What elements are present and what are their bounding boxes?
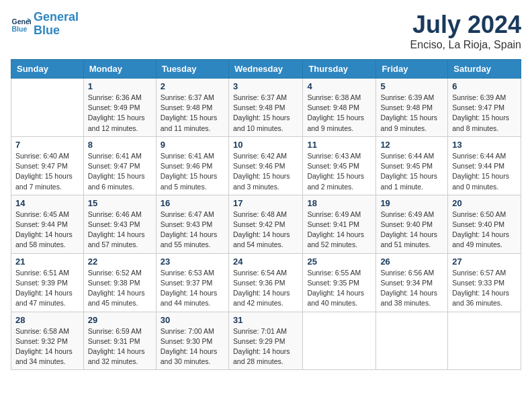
day-detail: Sunrise: 6:49 AM Sunset: 9:40 PM Dayligh… <box>380 210 443 250</box>
day-detail: Sunrise: 6:48 AM Sunset: 9:42 PM Dayligh… <box>233 210 298 250</box>
calendar-cell: 23Sunrise: 6:53 AM Sunset: 9:37 PM Dayli… <box>156 253 228 312</box>
day-detail: Sunrise: 6:49 AM Sunset: 9:41 PM Dayligh… <box>307 210 371 250</box>
calendar-cell: 30Sunrise: 7:00 AM Sunset: 9:30 PM Dayli… <box>156 312 228 370</box>
day-number: 13 <box>452 140 517 150</box>
day-number: 5 <box>380 81 443 91</box>
day-detail: Sunrise: 6:59 AM Sunset: 9:31 PM Dayligh… <box>88 326 152 367</box>
day-number: 22 <box>88 257 152 267</box>
calendar-table: SundayMondayTuesdayWednesdayThursdayFrid… <box>11 59 521 370</box>
calendar-cell: 7Sunrise: 6:40 AM Sunset: 9:47 PM Daylig… <box>11 136 84 195</box>
day-header-wednesday: Wednesday <box>228 60 302 79</box>
day-detail: Sunrise: 6:38 AM Sunset: 9:48 PM Dayligh… <box>307 93 371 134</box>
day-detail: Sunrise: 6:53 AM Sunset: 9:37 PM Dayligh… <box>161 268 224 309</box>
day-detail: Sunrise: 6:40 AM Sunset: 9:47 PM Dayligh… <box>15 151 79 192</box>
days-header-row: SundayMondayTuesdayWednesdayThursdayFrid… <box>11 60 521 79</box>
day-number: 29 <box>88 315 152 325</box>
calendar-title: July 2024 <box>410 11 521 39</box>
day-detail: Sunrise: 6:52 AM Sunset: 9:38 PM Dayligh… <box>88 268 152 309</box>
calendar-cell <box>376 312 448 370</box>
day-detail: Sunrise: 6:39 AM Sunset: 9:48 PM Dayligh… <box>380 93 443 134</box>
svg-text:Blue: Blue <box>12 24 28 32</box>
calendar-cell <box>303 312 376 370</box>
logo-icon: General Blue <box>11 14 31 34</box>
day-detail: Sunrise: 6:51 AM Sunset: 9:39 PM Dayligh… <box>15 268 79 309</box>
day-header-sunday: Sunday <box>11 60 84 79</box>
title-area: July 2024 Enciso, La Rioja, Spain <box>410 11 521 51</box>
calendar-cell: 29Sunrise: 6:59 AM Sunset: 9:31 PM Dayli… <box>83 312 156 370</box>
calendar-cell: 15Sunrise: 6:46 AM Sunset: 9:43 PM Dayli… <box>83 195 156 253</box>
day-number: 28 <box>15 315 79 325</box>
day-number: 25 <box>307 257 371 267</box>
day-detail: Sunrise: 6:43 AM Sunset: 9:45 PM Dayligh… <box>307 151 371 192</box>
calendar-cell: 12Sunrise: 6:44 AM Sunset: 9:45 PM Dayli… <box>376 136 448 195</box>
calendar-cell: 20Sunrise: 6:50 AM Sunset: 9:40 PM Dayli… <box>448 195 521 253</box>
calendar-cell: 19Sunrise: 6:49 AM Sunset: 9:40 PM Dayli… <box>376 195 448 253</box>
day-detail: Sunrise: 6:45 AM Sunset: 9:44 PM Dayligh… <box>15 210 79 250</box>
day-number: 19 <box>380 198 443 208</box>
day-number: 21 <box>15 257 79 267</box>
day-detail: Sunrise: 6:46 AM Sunset: 9:43 PM Dayligh… <box>88 210 152 250</box>
calendar-cell: 4Sunrise: 6:38 AM Sunset: 9:48 PM Daylig… <box>303 79 376 137</box>
calendar-cell: 3Sunrise: 6:37 AM Sunset: 9:48 PM Daylig… <box>228 79 302 137</box>
calendar-cell: 14Sunrise: 6:45 AM Sunset: 9:44 PM Dayli… <box>11 195 84 253</box>
day-detail: Sunrise: 6:41 AM Sunset: 9:46 PM Dayligh… <box>161 151 224 192</box>
day-number: 10 <box>233 140 298 150</box>
day-number: 8 <box>88 140 152 150</box>
week-row-3: 14Sunrise: 6:45 AM Sunset: 9:44 PM Dayli… <box>11 195 521 253</box>
day-number: 26 <box>380 257 443 267</box>
day-number: 9 <box>161 140 224 150</box>
calendar-cell: 27Sunrise: 6:57 AM Sunset: 9:33 PM Dayli… <box>448 253 521 312</box>
week-row-1: 1Sunrise: 6:36 AM Sunset: 9:49 PM Daylig… <box>11 79 521 137</box>
day-detail: Sunrise: 6:54 AM Sunset: 9:36 PM Dayligh… <box>233 268 298 309</box>
day-number: 2 <box>161 81 224 91</box>
day-number: 3 <box>233 81 298 91</box>
day-number: 20 <box>452 198 517 208</box>
day-number: 31 <box>233 315 298 325</box>
day-detail: Sunrise: 6:37 AM Sunset: 9:48 PM Dayligh… <box>161 93 224 134</box>
day-number: 14 <box>15 198 79 208</box>
day-detail: Sunrise: 6:44 AM Sunset: 9:44 PM Dayligh… <box>452 151 517 192</box>
day-number: 15 <box>88 198 152 208</box>
calendar-cell: 16Sunrise: 6:47 AM Sunset: 9:43 PM Dayli… <box>156 195 228 253</box>
day-detail: Sunrise: 6:57 AM Sunset: 9:33 PM Dayligh… <box>452 268 517 309</box>
day-detail: Sunrise: 6:37 AM Sunset: 9:48 PM Dayligh… <box>233 93 298 134</box>
day-detail: Sunrise: 7:01 AM Sunset: 9:29 PM Dayligh… <box>233 326 298 367</box>
day-number: 23 <box>161 257 224 267</box>
day-detail: Sunrise: 6:42 AM Sunset: 9:46 PM Dayligh… <box>233 151 298 192</box>
day-detail: Sunrise: 6:41 AM Sunset: 9:47 PM Dayligh… <box>88 151 152 192</box>
week-row-4: 21Sunrise: 6:51 AM Sunset: 9:39 PM Dayli… <box>11 253 521 312</box>
calendar-cell: 28Sunrise: 6:58 AM Sunset: 9:32 PM Dayli… <box>11 312 84 370</box>
day-number: 17 <box>233 198 298 208</box>
week-row-5: 28Sunrise: 6:58 AM Sunset: 9:32 PM Dayli… <box>11 312 521 370</box>
calendar-cell: 17Sunrise: 6:48 AM Sunset: 9:42 PM Dayli… <box>228 195 302 253</box>
calendar-cell: 5Sunrise: 6:39 AM Sunset: 9:48 PM Daylig… <box>376 79 448 137</box>
day-header-friday: Friday <box>376 60 448 79</box>
day-header-tuesday: Tuesday <box>156 60 228 79</box>
day-number: 4 <box>307 81 371 91</box>
day-number: 11 <box>307 140 371 150</box>
calendar-cell: 13Sunrise: 6:44 AM Sunset: 9:44 PM Dayli… <box>448 136 521 195</box>
day-detail: Sunrise: 6:50 AM Sunset: 9:40 PM Dayligh… <box>452 210 517 250</box>
day-number: 16 <box>161 198 224 208</box>
calendar-cell: 21Sunrise: 6:51 AM Sunset: 9:39 PM Dayli… <box>11 253 84 312</box>
day-number: 12 <box>380 140 443 150</box>
calendar-cell <box>11 79 84 137</box>
week-row-2: 7Sunrise: 6:40 AM Sunset: 9:47 PM Daylig… <box>11 136 521 195</box>
calendar-cell: 10Sunrise: 6:42 AM Sunset: 9:46 PM Dayli… <box>228 136 302 195</box>
day-detail: Sunrise: 6:55 AM Sunset: 9:35 PM Dayligh… <box>307 268 371 309</box>
day-number: 1 <box>88 81 152 91</box>
day-detail: Sunrise: 6:58 AM Sunset: 9:32 PM Dayligh… <box>15 326 79 367</box>
calendar-subtitle: Enciso, La Rioja, Spain <box>410 39 521 51</box>
calendar-cell: 6Sunrise: 6:39 AM Sunset: 9:47 PM Daylig… <box>448 79 521 137</box>
calendar-cell: 8Sunrise: 6:41 AM Sunset: 9:47 PM Daylig… <box>83 136 156 195</box>
calendar-cell: 1Sunrise: 6:36 AM Sunset: 9:49 PM Daylig… <box>83 79 156 137</box>
day-number: 7 <box>15 140 79 150</box>
day-number: 30 <box>161 315 224 325</box>
logo: General Blue GeneralBlue <box>11 11 79 38</box>
calendar-cell: 25Sunrise: 6:55 AM Sunset: 9:35 PM Dayli… <box>303 253 376 312</box>
calendar-cell: 24Sunrise: 6:54 AM Sunset: 9:36 PM Dayli… <box>228 253 302 312</box>
day-detail: Sunrise: 6:36 AM Sunset: 9:49 PM Dayligh… <box>88 93 152 134</box>
calendar-cell: 11Sunrise: 6:43 AM Sunset: 9:45 PM Dayli… <box>303 136 376 195</box>
calendar-cell: 2Sunrise: 6:37 AM Sunset: 9:48 PM Daylig… <box>156 79 228 137</box>
logo-text: GeneralBlue <box>34 11 79 38</box>
